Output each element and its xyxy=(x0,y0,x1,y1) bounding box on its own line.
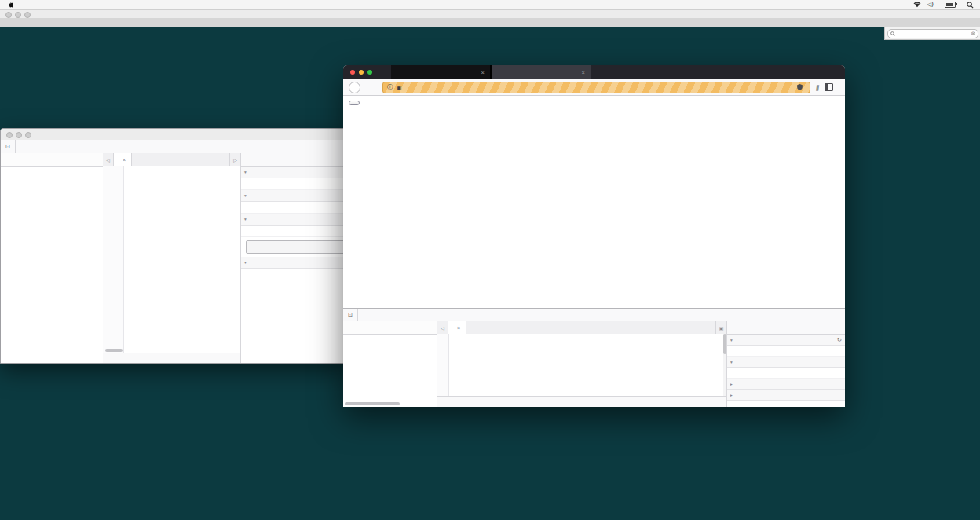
volume-icon[interactable]: ◁) xyxy=(927,0,934,9)
url-bar[interactable]: ⓘ ▣ xyxy=(382,82,810,93)
debugger-right-pane: ▾ ↻ ▾ ▸ ▸ xyxy=(726,321,845,407)
expand-panes-icon[interactable]: ▣ xyxy=(715,321,726,334)
source-tab-bar: ◁ × ▣ xyxy=(437,321,726,335)
apple-menu-icon[interactable] xyxy=(7,2,13,9)
close-window-icon[interactable] xyxy=(5,12,12,18)
terminal-window-controls[interactable] xyxy=(5,12,31,18)
devtools-window-controls[interactable] xyxy=(6,132,31,138)
sources-panel-tabs xyxy=(343,321,437,335)
pick-element-icon[interactable]: ⊡ xyxy=(1,140,16,153)
site-identity-icon[interactable]: ⓘ xyxy=(387,83,393,91)
library-icon[interactable]: ||| xyxy=(815,84,818,91)
sources-panel xyxy=(1,153,104,363)
browser-tab-debugger-test-page[interactable]: × xyxy=(491,65,591,79)
pocket-shield-icon[interactable] xyxy=(797,84,803,90)
editor-footer xyxy=(437,396,730,407)
spotlight-icon[interactable] xyxy=(967,2,974,9)
source-tab-bar: ◁ × ▷ xyxy=(103,153,240,167)
sources-panel xyxy=(343,321,438,407)
close-tab-icon[interactable]: × xyxy=(481,69,485,76)
tab-outline[interactable] xyxy=(390,321,437,334)
tab-sources[interactable] xyxy=(343,321,390,334)
zoom-window-icon[interactable] xyxy=(25,132,31,138)
code-editor[interactable] xyxy=(103,166,240,353)
clear-search-icon[interactable]: ⊗ xyxy=(971,31,975,37)
scopes-header[interactable]: ▸ xyxy=(727,390,845,401)
zoom-window-icon[interactable] xyxy=(368,70,372,75)
terminal-tab-bar xyxy=(0,18,980,27)
add-watch-expression-input[interactable] xyxy=(241,178,349,190)
minimize-window-icon[interactable] xyxy=(16,132,22,138)
macos-menu-bar: ◁) xyxy=(0,0,980,10)
browser-window-controls[interactable] xyxy=(343,65,380,79)
embedded-devtools: ⊡ ◁ × ▣ xyxy=(343,308,845,407)
horizontal-scrollbar[interactable] xyxy=(105,349,122,352)
zoom-window-icon[interactable] xyxy=(24,12,31,18)
wifi-icon[interactable] xyxy=(913,2,921,8)
breakpoints-header[interactable]: ▾ xyxy=(241,190,349,202)
scopes-header[interactable]: ▾ xyxy=(241,257,349,269)
terminal-find-bar: ⊗ ‹ xyxy=(884,27,980,40)
watch-expressions-header[interactable]: ▾ ↻ xyxy=(727,335,845,346)
breakpoints-header[interactable]: ▾ xyxy=(727,357,845,368)
scopes-unavailable-message xyxy=(241,269,349,280)
editor-gutter xyxy=(103,166,124,353)
chevron-down-icon: ▾ xyxy=(244,260,247,265)
chevron-down-icon: ▾ xyxy=(244,217,247,222)
firefox-window: × × ⓘ ▣ ||| xyxy=(343,65,845,407)
horizontal-scrollbar[interactable] xyxy=(345,402,400,405)
browser-tab-bar: × × xyxy=(343,65,845,79)
tab-outline[interactable] xyxy=(52,153,103,166)
debugger-command-bar xyxy=(727,321,845,335)
call-stack-header[interactable]: ▸ xyxy=(727,379,845,390)
tab-sources[interactable] xyxy=(1,153,52,166)
sources-panel-tabs xyxy=(1,153,103,167)
expand-rows-button[interactable] xyxy=(246,240,345,254)
call-stack-header[interactable]: ▾ xyxy=(241,214,349,225)
scroll-tabs-left-icon[interactable]: ◁ xyxy=(103,153,114,166)
editor-footer xyxy=(103,353,244,363)
sidebar-icon[interactable] xyxy=(825,83,833,91)
battery-icon xyxy=(945,2,956,8)
click-me-button[interactable] xyxy=(349,101,360,105)
close-window-icon[interactable] xyxy=(350,70,355,75)
scroll-tabs-right-icon[interactable]: ▷ xyxy=(229,153,240,166)
refresh-icon[interactable]: ↻ xyxy=(837,336,845,343)
minimize-window-icon[interactable] xyxy=(15,12,21,18)
no-breakpoints-message xyxy=(727,368,845,379)
minimize-window-icon[interactable] xyxy=(359,70,364,75)
page-icon: ▣ xyxy=(397,84,402,91)
devtools-window-title-bar xyxy=(1,129,349,141)
source-tab-simple1-js[interactable]: × xyxy=(448,321,466,334)
code-editor[interactable] xyxy=(437,334,726,397)
close-tab-icon[interactable]: × xyxy=(457,325,460,331)
pick-element-icon[interactable]: ⊡ xyxy=(343,309,358,321)
paused-notice xyxy=(241,225,349,237)
toolbar-right-icons: ||| xyxy=(816,83,839,91)
watch-expressions-header[interactable]: ▾ xyxy=(241,167,349,178)
back-button[interactable] xyxy=(349,82,360,93)
toolbox-dock-icons xyxy=(837,309,845,321)
new-tab-button[interactable] xyxy=(591,65,605,79)
menu-status-area: ◁) xyxy=(908,0,980,9)
chevron-down-icon: ▾ xyxy=(244,170,247,174)
devtools-toolbox-tabs: ⊡ xyxy=(1,140,349,154)
debugger-command-bar xyxy=(241,153,349,167)
close-tab-icon[interactable]: × xyxy=(122,157,126,163)
debugger-right-pane: ▾ ▾ ▾ ▾ xyxy=(240,153,349,363)
chevron-right-icon: ▸ xyxy=(730,393,733,397)
editor-pane: ◁ × ▷ xyxy=(103,153,240,353)
close-tab-icon[interactable]: × xyxy=(582,69,585,76)
browser-tab-new-tab[interactable]: × xyxy=(391,65,491,79)
add-watch-expression-input[interactable] xyxy=(727,346,845,357)
editor-pane: ◁ × ▣ xyxy=(437,321,726,397)
source-tab-debugger-js[interactable]: × xyxy=(114,153,132,166)
chevron-down-icon: ▾ xyxy=(730,360,733,364)
find-field[interactable]: ⊗ xyxy=(887,29,978,38)
page-content xyxy=(343,96,845,309)
chevron-down-icon: ▾ xyxy=(244,193,247,198)
scroll-tabs-left-icon[interactable]: ◁ xyxy=(437,321,448,334)
close-window-icon[interactable] xyxy=(6,132,13,138)
no-breakpoints-message xyxy=(241,202,349,214)
browser-navigation-bar: ⓘ ▣ ||| xyxy=(343,79,845,96)
